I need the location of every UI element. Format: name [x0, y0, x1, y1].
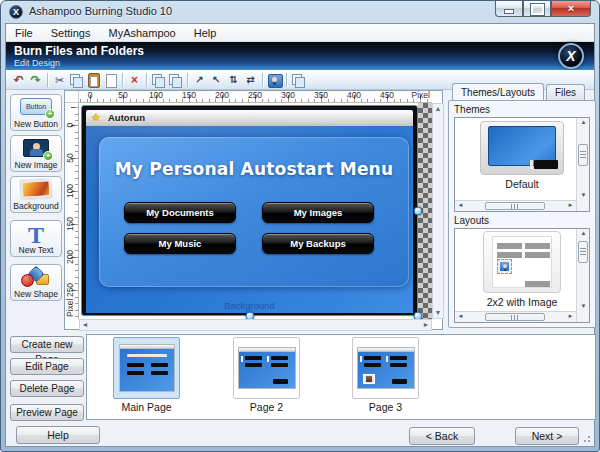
preview-window-title: Autorun	[108, 112, 145, 123]
scroll-thumb[interactable]	[578, 144, 588, 166]
close-button[interactable]: ×	[551, 1, 591, 17]
canvas-vertical-scrollbar[interactable]: ▲ ▼	[432, 103, 444, 319]
delete-page-button[interactable]: Delete Page	[10, 380, 84, 397]
new-shape-tool[interactable]: New Shape	[10, 264, 62, 301]
resize-grip[interactable]	[581, 433, 591, 443]
resize-handle-corner[interactable]	[414, 312, 423, 320]
insert-image-icon[interactable]	[266, 72, 283, 88]
canvas-horizontal-scrollbar[interactable]: ◄ ►	[79, 319, 432, 331]
scroll-up-icon[interactable]: ▲	[578, 118, 589, 127]
delete-icon[interactable]: ×	[126, 72, 143, 88]
plus-icon: +	[45, 109, 55, 119]
ruler-tick: 450	[380, 90, 394, 100]
redo-icon[interactable]: ↷	[27, 72, 44, 88]
window-titlebar[interactable]: X Ashampoo Burning Studio 10 ×	[1, 1, 599, 23]
preview-page-button[interactable]: Preview Page	[10, 404, 84, 421]
new-button-tool[interactable]: Button + New Button	[10, 94, 62, 131]
menu-item-myashampoo[interactable]: MyAshampoo	[99, 25, 184, 41]
scroll-down-icon[interactable]: ▼	[578, 302, 589, 311]
scroll-left-icon[interactable]: ◄	[455, 312, 466, 321]
maximize-button[interactable]	[523, 1, 551, 17]
landscape-icon	[21, 179, 52, 199]
center-vertical-icon[interactable]: ⇅	[225, 72, 242, 88]
resize-handle-bottom[interactable]	[246, 312, 255, 320]
layouts-list[interactable]: 2x2 with Image ▲ ▼ ◄ ►	[454, 228, 590, 323]
help-button[interactable]: Help	[16, 426, 100, 444]
paste-icon[interactable]	[85, 72, 102, 88]
thumbnail-image	[113, 337, 180, 399]
ruler-tick: 100	[149, 90, 163, 100]
group-icon[interactable]	[150, 72, 167, 88]
my-backups-button[interactable]: My Backups	[262, 233, 374, 254]
theme-item-default[interactable]: Default	[469, 121, 575, 190]
autorun-preview-window[interactable]: ★ Autorun My Personal Autostart Menu My …	[81, 105, 418, 316]
layouts-hscrollbar[interactable]: ◄ ►	[455, 311, 576, 322]
menu-bar: File Settings MyAshampoo Help	[6, 24, 594, 42]
create-new-page-button[interactable]: Create new Page	[10, 336, 84, 353]
page-thumb-3[interactable]: Page 3	[352, 337, 419, 415]
layout-item-2x2[interactable]: 2x2 with Image	[469, 231, 575, 308]
ruler-tick: 250	[65, 281, 75, 299]
scroll-left-icon[interactable]: ◄	[455, 201, 466, 210]
ashampoo-logo-icon: X	[558, 43, 584, 69]
copy-icon[interactable]	[68, 72, 85, 88]
scroll-up-icon[interactable]: ▲	[578, 229, 589, 238]
menu-item-settings[interactable]: Settings	[42, 25, 100, 41]
page-thumb-2[interactable]: Page 2	[233, 337, 300, 415]
scroll-thumb[interactable]	[578, 241, 588, 263]
menu-panel[interactable]: My Personal Autostart Menu My Documents …	[99, 137, 409, 287]
layouts-label: Layouts	[454, 215, 489, 226]
my-documents-button[interactable]: My Documents	[124, 202, 236, 223]
scroll-right-icon[interactable]: ►	[421, 320, 431, 330]
tab-themes-layouts[interactable]: Themes/Layouts	[452, 83, 544, 100]
app-icon[interactable]: X	[9, 5, 23, 19]
minimize-button[interactable]	[495, 1, 523, 17]
next-button[interactable]: Next >	[515, 427, 579, 445]
shapes-icon	[21, 268, 51, 288]
background-tool[interactable]: Background	[10, 176, 62, 213]
scroll-down-icon[interactable]: ▼	[578, 191, 589, 200]
scroll-thumb[interactable]	[485, 313, 545, 321]
cut-icon[interactable]: ✂	[51, 72, 68, 88]
scroll-thumb[interactable]	[485, 202, 545, 210]
back-button[interactable]: < Back	[409, 427, 475, 445]
arrange-forward-icon[interactable]: ↗	[191, 72, 208, 88]
layouts-vscrollbar[interactable]: ▲ ▼	[576, 229, 589, 322]
page-thumb-main[interactable]: Main Page	[113, 337, 180, 415]
ruler-tick: 200	[65, 248, 75, 266]
menu-item-file[interactable]: File	[6, 25, 42, 41]
ruler-tick: 200	[215, 90, 229, 100]
toolbar-separator	[122, 73, 123, 87]
scroll-right-icon[interactable]: ►	[565, 312, 576, 321]
design-surface[interactable]: ★ Autorun My Personal Autostart Menu My …	[79, 103, 432, 319]
copy-page-icon[interactable]	[290, 72, 307, 88]
ruler-tick: 150	[65, 215, 75, 233]
themes-vscrollbar[interactable]: ▲ ▼	[576, 118, 589, 211]
themes-list[interactable]: Default ▲ ▼ ◄ ►	[454, 117, 590, 212]
autostart-menu-title[interactable]: My Personal Autostart Menu	[99, 159, 409, 179]
new-text-tool[interactable]: T New Text	[10, 220, 62, 257]
resize-handle-right[interactable]	[414, 207, 423, 216]
toolbar-separator	[47, 73, 48, 87]
background-watermark: Background	[86, 300, 413, 311]
scroll-down-icon[interactable]: ▼	[433, 308, 443, 318]
my-music-button[interactable]: My Music	[124, 233, 236, 254]
tool-label: New Shape	[11, 289, 61, 299]
undo-icon[interactable]: ↶	[10, 72, 27, 88]
duplicate-icon[interactable]	[102, 72, 119, 88]
menu-item-help[interactable]: Help	[185, 25, 226, 41]
scroll-right-icon[interactable]: ►	[565, 201, 576, 210]
scroll-up-icon[interactable]: ▲	[433, 104, 443, 114]
window-controls: ×	[495, 1, 591, 17]
scroll-left-icon[interactable]: ◄	[80, 320, 90, 330]
new-image-tool[interactable]: + New Image	[10, 135, 62, 172]
preview-body: My Personal Autostart Menu My Documents …	[86, 126, 413, 313]
edit-page-button[interactable]: Edit Page	[10, 358, 84, 375]
themes-hscrollbar[interactable]: ◄ ►	[455, 200, 576, 211]
ungroup-icon[interactable]	[167, 72, 184, 88]
my-images-button[interactable]: My Images	[262, 202, 374, 223]
tab-files[interactable]: Files	[546, 84, 585, 101]
thumbnail-image	[352, 337, 419, 399]
arrange-backward-icon[interactable]: ↖	[208, 72, 225, 88]
center-horizontal-icon[interactable]: ⇄	[242, 72, 259, 88]
